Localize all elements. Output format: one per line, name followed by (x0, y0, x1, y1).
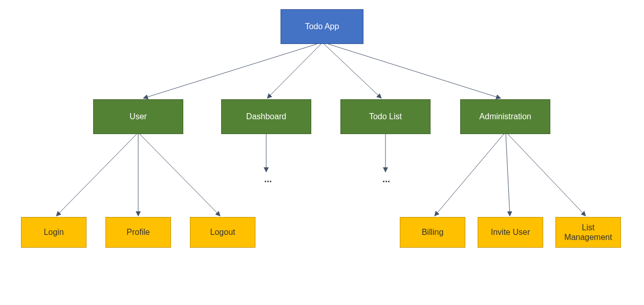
node-user: User (93, 99, 183, 134)
root-node-todo-app: Todo App (281, 9, 363, 44)
arrows-layer (0, 0, 644, 305)
node-billing: Billing (400, 217, 465, 248)
svg-line-2 (324, 44, 381, 98)
node-administration-label: Administration (479, 112, 531, 121)
node-billing-label: Billing (422, 228, 444, 237)
svg-line-0 (143, 44, 317, 98)
node-login: Login (21, 217, 87, 248)
svg-line-3 (328, 44, 501, 98)
node-dashboard-label: Dashboard (246, 112, 286, 121)
svg-line-1 (267, 44, 321, 98)
node-listmanagement-label: List Management (564, 223, 612, 242)
svg-line-4 (56, 134, 137, 216)
node-profile: Profile (105, 217, 171, 248)
ellipsis-dashboard: ... (264, 174, 272, 185)
ellipsis-todolist: ... (382, 174, 390, 185)
svg-line-10 (506, 134, 510, 216)
node-login-label: Login (44, 228, 63, 237)
node-todolist: Todo List (340, 99, 431, 134)
node-logout: Logout (190, 217, 255, 248)
node-todolist-label: Todo List (369, 112, 402, 121)
node-inviteuser: Invite User (478, 217, 543, 248)
root-label: Todo App (305, 22, 339, 31)
svg-line-9 (435, 134, 504, 216)
node-administration: Administration (460, 99, 550, 134)
node-listmanagement: List Management (555, 217, 621, 248)
node-logout-label: Logout (210, 228, 235, 237)
svg-line-6 (140, 134, 220, 216)
svg-line-11 (508, 134, 586, 216)
node-user-label: User (130, 112, 147, 121)
node-inviteuser-label: Invite User (491, 228, 530, 237)
node-dashboard: Dashboard (221, 99, 311, 134)
node-profile-label: Profile (126, 228, 149, 237)
